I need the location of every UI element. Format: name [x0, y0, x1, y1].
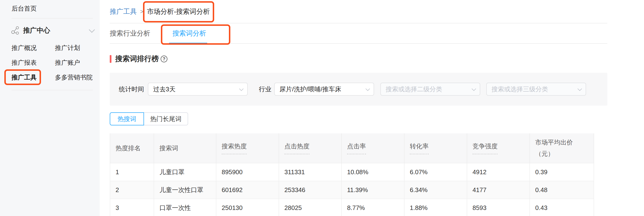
- sidebar-item-3[interactable]: 推广报表: [12, 59, 37, 67]
- chevron-down-icon: [578, 87, 582, 91]
- column-header-label: 转化率: [410, 142, 428, 154]
- table-cell: 儿童口罩: [154, 163, 216, 181]
- industry-select[interactable]: 尿片/洗护/喂哺/推车床: [274, 83, 374, 96]
- table-row-2: 2儿童一次性口罩60169225334611.39%6.34%41770.48: [110, 181, 594, 199]
- word-type-button-1[interactable]: 热搜词: [110, 112, 144, 125]
- table-cell: 253346: [279, 181, 342, 199]
- annotation-box-sidebar: [4, 69, 41, 85]
- breadcrumb-current: 市场分析-搜索词分析: [147, 7, 210, 16]
- column-header-label: 市场平均出价: [535, 139, 573, 146]
- table-row-1: 1儿童口罩89590031133110.08%6.07%49120.39: [110, 163, 594, 181]
- chevron-down-icon: [472, 87, 476, 91]
- table-cell: 601692: [216, 181, 279, 199]
- table-cell: 250130: [216, 199, 279, 216]
- table-cell: 11.39%: [342, 181, 404, 199]
- column-header-label: 点击率: [347, 142, 366, 154]
- column-header-label: 竞争强度: [472, 142, 498, 154]
- table-cell: 口罩一次性: [154, 199, 216, 216]
- sidebar: 后台首页 推广中心 推广概况推广计划推广报表推广账户推广工具多多营销书院: [0, 0, 100, 216]
- chevron-down-icon[interactable]: [89, 27, 95, 33]
- tab-1[interactable]: 搜索行业分析: [110, 24, 150, 43]
- word-type-button-2[interactable]: 热门长尾词: [144, 112, 188, 125]
- sidebar-section-title: 推广中心: [23, 26, 89, 35]
- table-cell: 3: [110, 199, 154, 216]
- word-type-toggle: 热搜词热门长尾词: [110, 112, 607, 125]
- table-cell: 0.43: [530, 199, 594, 216]
- breadcrumb: 推广工具 > 市场分析-搜索词分析: [110, 0, 607, 24]
- table-cell: 1: [110, 163, 154, 181]
- table-cell: 28025: [279, 199, 342, 216]
- level2-category-select[interactable]: 搜索或选择二级分类: [380, 83, 480, 96]
- sidebar-item-1[interactable]: 推广概况: [12, 44, 37, 52]
- main-content: 推广工具 > 市场分析-搜索词分析 搜索行业分析搜索词分析 搜索词排行榜 ? 统…: [100, 0, 644, 216]
- column-header-4[interactable]: 点击热度: [279, 133, 342, 163]
- column-header-label: 搜索词: [160, 144, 178, 152]
- section-title: 搜索词排行榜: [115, 54, 159, 64]
- column-header-label: 点击热度: [284, 142, 310, 154]
- column-header-5[interactable]: 点击率: [342, 133, 404, 163]
- sidebar-item-5[interactable]: 推广工具: [12, 73, 37, 82]
- table-cell: 8593: [467, 199, 530, 216]
- keyword-rank-table: 热度排名搜索词搜索热度点击热度点击率转化率竞争强度市场平均出价（元） 1儿童口罩…: [110, 133, 594, 216]
- column-header-1: 热度排名: [110, 133, 154, 163]
- table-row-3: 3口罩一次性250130280258.77%1.88%85930.43: [110, 199, 594, 216]
- sidebar-item-6[interactable]: 多多营销书院: [55, 73, 92, 82]
- table-cell: 895900: [216, 163, 279, 181]
- industry-filter-label: 行业: [259, 85, 271, 94]
- table-cell: 儿童一次性口罩: [154, 181, 216, 199]
- chevron-down-icon: [239, 87, 243, 91]
- column-header-unit: （元）: [535, 150, 594, 158]
- sidebar-divider-top: [12, 18, 93, 19]
- table-cell: 10.08%: [342, 163, 404, 181]
- filter-panel: 统计时间 过去3天 行业 尿片/洗护/喂哺/推车床 搜索或选择二级分类 搜索或选…: [110, 73, 607, 106]
- share-alt-icon: [10, 26, 20, 35]
- help-circle-icon[interactable]: ?: [161, 56, 168, 62]
- time-select[interactable]: 过去3天: [148, 83, 248, 96]
- column-header-label: 热度排名: [116, 144, 140, 152]
- column-header-label: 搜索热度: [222, 142, 247, 154]
- table-cell: 0.39: [530, 163, 594, 181]
- sidebar-section-header[interactable]: 推广中心: [10, 26, 93, 35]
- table-cell: 4912: [467, 163, 530, 181]
- tab-label: 搜索词分析: [172, 29, 206, 38]
- breadcrumb-parent-link[interactable]: 推广工具: [110, 7, 137, 16]
- section-accent-bar: [110, 55, 112, 63]
- column-header-3[interactable]: 搜索热度: [216, 133, 279, 163]
- time-filter-label: 统计时间: [119, 85, 144, 94]
- table-cell: 6.34%: [404, 181, 467, 199]
- column-header-7[interactable]: 竞争强度: [467, 133, 530, 163]
- sidebar-item-2[interactable]: 推广计划: [55, 44, 80, 52]
- active-tab-underline: [169, 43, 207, 44]
- table-cell: 6.07%: [404, 163, 467, 181]
- column-header-6[interactable]: 转化率: [404, 133, 467, 163]
- sidebar-menu-grid: 推广概况推广计划推广报表推广账户推广工具多多营销书院: [12, 44, 100, 82]
- table-cell: 311331: [279, 163, 342, 181]
- tab-2[interactable]: 搜索词分析: [172, 24, 206, 43]
- breadcrumb-separator: >: [140, 8, 144, 15]
- table-cell: 1.88%: [404, 199, 467, 216]
- sidebar-item-4[interactable]: 推广账户: [55, 59, 80, 67]
- section-header: 搜索词排行榜 ?: [110, 54, 607, 64]
- level3-category-select[interactable]: 搜索或选择三级分类: [486, 83, 586, 96]
- table-cell: 0.48: [530, 181, 594, 199]
- table-cell: 4177: [467, 181, 530, 199]
- sidebar-item-home[interactable]: 后台首页: [12, 4, 100, 13]
- tab-bar: 搜索行业分析搜索词分析: [110, 24, 607, 44]
- sidebar-divider-bottom: [12, 90, 93, 90]
- column-header-2: 搜索词: [154, 133, 216, 163]
- table-cell: 2: [110, 181, 154, 199]
- tab-label: 搜索行业分析: [110, 29, 150, 38]
- column-header-8: 市场平均出价（元）: [530, 133, 594, 163]
- chevron-down-icon: [366, 87, 370, 91]
- table-cell: 8.77%: [342, 199, 404, 216]
